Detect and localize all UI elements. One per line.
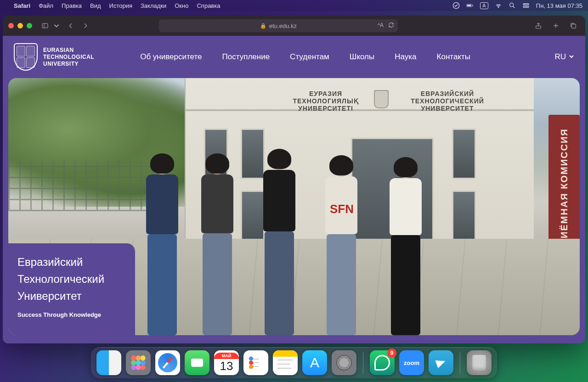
share-icon[interactable]	[532, 19, 545, 32]
minimize-window-button[interactable]	[17, 23, 23, 28]
address-bar[interactable]: 🔒 etu.edu.kz ᴬA	[159, 19, 398, 32]
hero-fence	[8, 161, 160, 211]
dock-reminders-icon[interactable]	[243, 350, 268, 375]
spotlight-icon[interactable]	[509, 2, 516, 9]
svg-rect-13	[572, 24, 576, 28]
dock-whatsapp-icon[interactable]: 9	[370, 350, 395, 375]
dock-separator	[363, 352, 363, 374]
svg-point-4	[509, 3, 513, 7]
hero-person	[263, 152, 295, 335]
hero-person	[325, 158, 357, 335]
dock-badge: 9	[387, 348, 396, 358]
reload-icon[interactable]	[388, 22, 394, 29]
chevron-down-icon	[569, 52, 574, 62]
nav-science[interactable]: Наука	[395, 52, 416, 62]
nav-students[interactable]: Студентам	[290, 52, 329, 62]
safari-toolbar: 🔒 etu.edu.kz ᴬA	[3, 16, 585, 36]
hero-person	[146, 156, 178, 335]
logo-shield-icon	[14, 43, 38, 71]
dock-safari-icon[interactable]	[155, 350, 180, 375]
building-crest-icon	[374, 90, 389, 108]
dock-notes-icon[interactable]	[273, 350, 298, 375]
lock-icon: 🔒	[260, 23, 266, 29]
menubar-app-name[interactable]: Safari	[14, 2, 30, 9]
nav-about[interactable]: Об университете	[140, 52, 202, 62]
hero-title: Евразийский Технологический Университет	[17, 253, 126, 305]
nav-contacts[interactable]: Контакты	[437, 52, 470, 62]
dock-facetime-icon[interactable]	[185, 350, 209, 375]
macos-menubar: Safari Файл Правка Вид История Закладки …	[0, 0, 588, 11]
dock-appstore-icon[interactable]	[302, 350, 327, 375]
sidebar-dropdown-icon[interactable]	[53, 19, 60, 32]
menu-window[interactable]: Окно	[175, 2, 188, 9]
macos-dock: МАЙ 13 9 zoom	[91, 347, 497, 378]
site-header: EURASIAN TECHNOLOGICAL UNIVERSITY Об уни…	[3, 36, 585, 78]
primary-nav: Об университете Поступление Студентам Шк…	[140, 52, 470, 62]
menu-bookmarks[interactable]: Закладки	[141, 2, 166, 9]
safari-window: 🔒 etu.edu.kz ᴬA	[3, 16, 585, 343]
dock-calendar-icon[interactable]: МАЙ 13	[214, 350, 239, 375]
hero-tagline: Success Through Knowledge	[17, 311, 126, 318]
url-host: etu.edu.kz	[269, 22, 297, 29]
building-sign-kz: ЕУРАЗИЯ ТЕХНОЛОГИЯЛЫҚ УНИВЕРСИТЕТІ	[291, 90, 360, 112]
input-language-indicator[interactable]: А	[480, 2, 488, 9]
dock-telegram-icon[interactable]	[429, 350, 453, 375]
logo-text: EURASIAN TECHNOLOGICAL UNIVERSITY	[43, 47, 94, 67]
wifi-icon[interactable]	[495, 2, 502, 9]
menu-history[interactable]: История	[109, 2, 132, 9]
hero-banner: ЕУРАЗИЯ ТЕХНОЛОГИЯЛЫҚ УНИВЕРСИТЕТІ ЕВРАЗ…	[8, 78, 580, 335]
menu-edit[interactable]: Правка	[62, 2, 82, 9]
svg-rect-2	[467, 5, 471, 6]
menubar-status: А Пн, 13 мая 07:35	[452, 2, 582, 9]
page-content: EURASIAN TECHNOLOGICAL UNIVERSITY Об уни…	[3, 36, 585, 343]
menu-help[interactable]: Справка	[197, 2, 220, 9]
menu-file[interactable]: Файл	[39, 2, 53, 9]
language-switcher[interactable]: RU	[554, 52, 574, 62]
close-window-button[interactable]	[8, 23, 14, 28]
svg-rect-3	[473, 5, 473, 6]
hero-person	[390, 160, 422, 335]
battery-icon[interactable]	[466, 2, 474, 9]
control-center-icon[interactable]	[522, 2, 530, 9]
building-sign-ru: ЕВРАЗИЙСКИЙ ТЕХНОЛОГИЧЕСКИЙ УНИВЕРСИТЕТ	[406, 90, 489, 112]
menubar-left: Safari Файл Правка Вид История Закладки …	[6, 2, 220, 9]
dock-launchpad-icon[interactable]	[126, 350, 151, 375]
svg-line-5	[513, 6, 514, 8]
svg-rect-6	[523, 4, 529, 5]
dock-settings-icon[interactable]	[332, 350, 356, 375]
window-controls	[8, 23, 32, 28]
tabs-overview-icon[interactable]	[567, 19, 580, 32]
zoom-window-button[interactable]	[27, 23, 32, 28]
translate-icon[interactable]: ᴬA	[378, 22, 384, 29]
nav-admission[interactable]: Поступление	[222, 52, 270, 62]
dock-zoom-icon[interactable]: zoom	[399, 350, 424, 375]
dock-trash-icon[interactable]	[467, 350, 492, 375]
svg-rect-7	[523, 6, 529, 7]
dock-separator	[460, 352, 460, 374]
back-button-icon[interactable]	[64, 19, 77, 32]
svg-rect-8	[42, 23, 48, 28]
dock-finder-icon[interactable]	[96, 350, 121, 375]
sidebar-toggle-icon[interactable]	[39, 19, 51, 32]
telegram-status-icon[interactable]	[452, 2, 460, 9]
forward-button-icon[interactable]	[79, 19, 92, 32]
menubar-clock[interactable]: Пн, 13 мая 07:35	[536, 2, 582, 9]
nav-schools[interactable]: Школы	[350, 52, 374, 62]
menu-view[interactable]: Вид	[90, 2, 101, 9]
hero-title-card: Евразийский Технологический Университет …	[8, 243, 135, 335]
new-tab-icon[interactable]	[549, 19, 562, 32]
site-logo[interactable]: EURASIAN TECHNOLOGICAL UNIVERSITY	[14, 43, 94, 71]
hero-person	[201, 156, 233, 335]
